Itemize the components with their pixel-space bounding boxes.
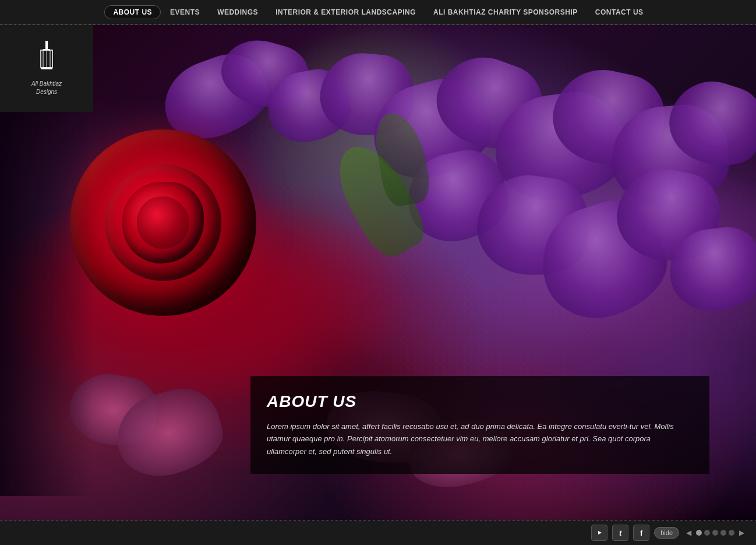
dot-1[interactable] <box>696 530 702 536</box>
nav-item-contact-us[interactable]: CONTACT US <box>587 5 652 19</box>
about-title: ABOUT US <box>267 392 691 411</box>
twitter-icon[interactable]: t <box>612 525 628 541</box>
top-navigation: ABOUT USEVENTSWEDDINGSINTERIOR & EXTERIO… <box>0 0 756 24</box>
logo-text: Ali Bakhtiaz Designs <box>31 80 62 96</box>
rose-flower <box>70 129 256 316</box>
prev-arrow[interactable]: ◀ <box>684 528 694 538</box>
dot-5[interactable] <box>729 530 734 536</box>
youtube-icon[interactable] <box>591 525 607 541</box>
dashed-separator-top <box>0 24 756 25</box>
bottom-bar: t f hide ◀ ▶ <box>0 521 756 545</box>
svg-rect-0 <box>45 41 48 50</box>
dot-2[interactable] <box>704 530 710 536</box>
facebook-icon[interactable]: f <box>633 525 649 541</box>
logo-icon <box>35 41 58 76</box>
about-body-text: Lorem ipsum dolor sit amet, affert facil… <box>267 420 691 458</box>
about-us-box: ABOUT US Lorem ipsum dolor sit amet, aff… <box>250 376 709 474</box>
slide-dots: ◀ ▶ <box>684 528 747 538</box>
hide-button[interactable]: hide <box>654 527 679 539</box>
hero-section: ABOUT US Lorem ipsum dolor sit amet, aff… <box>0 24 756 521</box>
nav-item-about-us[interactable]: ABOUT US <box>104 5 161 19</box>
nav-menu: ABOUT USEVENTSWEDDINGSINTERIOR & EXTERIO… <box>104 5 651 19</box>
nav-item-events[interactable]: EVENTS <box>162 5 208 19</box>
nav-item-charity[interactable]: ALI BAKHTIAZ CHARITY SPONSORSHIP <box>425 5 586 19</box>
left-dark-overlay <box>0 49 93 496</box>
next-arrow[interactable]: ▶ <box>737 528 747 538</box>
logo-box[interactable]: Ali Bakhtiaz Designs <box>0 24 93 112</box>
nav-item-weddings[interactable]: WEDDINGS <box>209 5 266 19</box>
dot-4[interactable] <box>720 530 726 536</box>
nav-item-landscaping[interactable]: INTERIOR & EXTERIOR LANDSCAPING <box>267 5 424 19</box>
dot-3[interactable] <box>712 530 718 536</box>
